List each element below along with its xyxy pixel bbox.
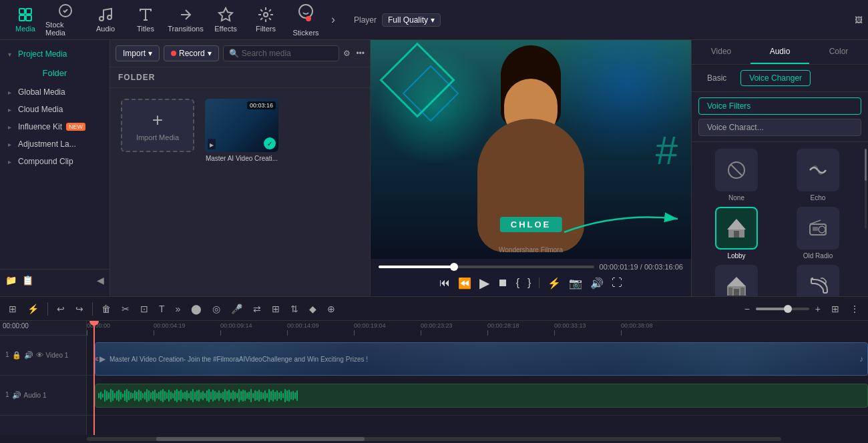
toolbar-stock-media[interactable]: Stock Media <box>45 2 85 38</box>
scroll-track[interactable] <box>87 437 781 441</box>
sub-tab-basic[interactable]: Basic <box>698 70 735 86</box>
undo-icon[interactable]: ↩ <box>53 302 68 316</box>
ruler-line-6 <box>487 330 488 336</box>
toolbar-effects[interactable]: Effects <box>206 2 246 38</box>
filter-tab-voice-filters[interactable]: Voice Filters <box>698 97 861 115</box>
svg-rect-3 <box>26 15 31 21</box>
search-box[interactable]: 🔍 Search media <box>223 45 340 61</box>
sync-icon[interactable]: ⇄ <box>250 302 264 316</box>
filter-icon[interactable]: ⚙ <box>343 49 351 58</box>
zoom-slider[interactable] <box>756 308 809 310</box>
delete-icon[interactable]: 🗑 <box>98 302 114 316</box>
crop-icon[interactable]: ⊡ <box>137 302 152 316</box>
left-panel: ▾ Project Media Folder ▸ Global Media ▸ … <box>0 40 110 296</box>
ai-tools-icon[interactable]: ⊕ <box>324 302 339 316</box>
sidebar-item-project-media[interactable]: ▾ Project Media <box>0 45 110 63</box>
toolbar-audio[interactable]: Audio <box>85 2 126 38</box>
tab-audio[interactable]: Audio <box>750 40 809 64</box>
progress-track[interactable] <box>379 266 594 268</box>
stop-icon[interactable]: ⏹ <box>497 277 508 289</box>
import-button[interactable]: Import ▾ <box>116 45 160 61</box>
voice-card-none[interactable]: None <box>698 149 775 201</box>
toolbar-filters[interactable]: Filters <box>246 2 286 38</box>
filter-tab-voice-chara[interactable]: Voice Charact... <box>698 119 861 136</box>
voice-icon-lobby <box>715 207 758 250</box>
grid-view-icon[interactable]: ⊞ <box>828 302 843 316</box>
multicam-icon[interactable]: ⊞ <box>268 302 283 316</box>
keyframe-icon[interactable]: ◆ <box>306 302 320 316</box>
more-options-icon[interactable]: ⋮ <box>847 302 863 316</box>
toolbar-more[interactable]: › <box>326 13 341 27</box>
voice-card-lobby[interactable]: Lobby <box>698 207 775 260</box>
fullscreen-icon[interactable]: ⛶ <box>612 277 622 289</box>
sidebar-item-folder[interactable]: Folder <box>0 65 110 81</box>
toolbar-transitions[interactable]: Transitions <box>166 2 206 38</box>
folder-header: FOLDER <box>110 67 370 88</box>
sidebar-item-influence-kit[interactable]: ▸ Influence Kit NEW <box>0 118 110 135</box>
zoom-out-icon[interactable]: − <box>741 302 753 316</box>
quality-select[interactable]: Full Quality ▾ <box>382 13 441 27</box>
snap-icon[interactable]: ⊞ <box>5 302 20 316</box>
video-clip[interactable]: ✂ ▶ Master AI Video Creation- Join the #… <box>95 342 868 376</box>
video-track-row: ✂ ▶ Master AI Video Creation- Join the #… <box>87 336 868 376</box>
voice-label-old-radio: Old Radio <box>803 252 833 260</box>
collapse-panel-icon[interactable]: ◀ <box>97 275 104 286</box>
redo-icon[interactable]: ↪ <box>72 302 87 316</box>
import-media-card[interactable]: + Import Media <box>121 99 194 152</box>
svg-rect-1 <box>26 9 31 14</box>
speed-icon[interactable]: » <box>172 302 184 316</box>
switch-audio-icon[interactable]: ⇅ <box>287 302 302 316</box>
voice-grid: None Echo <box>692 142 863 296</box>
sidebar-item-adjustment[interactable]: ▸ Adjustment La... <box>0 135 110 153</box>
toolbar-stickers[interactable]: Stickers <box>286 2 326 38</box>
video1-volume-icon[interactable]: 🔊 <box>24 351 33 360</box>
voice-grid-scrollbar[interactable] <box>865 149 867 229</box>
voice-label-lobby: Lobby <box>727 252 745 260</box>
sub-tab-voice-changer[interactable]: Voice Changer <box>740 70 811 86</box>
snapshot-icon[interactable]: 📷 <box>569 277 582 290</box>
audio-clip[interactable]: // Generate waveform bars inline const b… <box>95 384 868 408</box>
player-watermark: Wondershare Filmora <box>499 246 563 254</box>
audio1-volume-icon[interactable]: 🔊 <box>12 391 21 400</box>
sidebar-item-cloud-media[interactable]: ▸ Cloud Media <box>0 101 110 118</box>
step-back-icon[interactable]: ⏪ <box>458 277 471 290</box>
more-icon[interactable]: ••• <box>356 49 365 58</box>
record-button[interactable]: Record ▾ <box>164 45 219 61</box>
ruler-line-1 <box>154 330 154 336</box>
svg-rect-17 <box>734 231 739 238</box>
mark-out-icon[interactable]: } <box>527 277 531 289</box>
split-icon[interactable]: ⚡ <box>548 277 561 290</box>
voice-card-big-room[interactable]: Big Room <box>698 265 775 296</box>
cut-icon[interactable]: ✂ <box>118 302 133 316</box>
add-folder-icon[interactable]: 📁 <box>5 275 17 286</box>
svg-line-14 <box>731 165 742 175</box>
color-correct-icon[interactable]: ⬤ <box>188 302 205 316</box>
voice-card-echo[interactable]: Echo <box>780 149 856 201</box>
audio-icon[interactable]: 🎤 <box>228 302 246 316</box>
voice-card-phone[interactable]: Phone <box>780 265 856 296</box>
sidebar-item-global-media[interactable]: ▸ Global Media <box>0 83 110 101</box>
playhead[interactable] <box>93 321 95 435</box>
tab-color[interactable]: Color <box>809 40 868 64</box>
tab-video[interactable]: Video <box>692 40 750 64</box>
add-item-icon[interactable]: 📋 <box>22 275 33 286</box>
sidebar-item-compound-clip[interactable]: ▸ Compound Clip <box>0 153 110 170</box>
video1-eye-icon[interactable]: 👁 <box>36 351 43 360</box>
toolbar-media[interactable]: Media <box>5 2 45 38</box>
skip-back-icon[interactable]: ⏮ <box>439 277 450 289</box>
mark-in-icon[interactable]: { <box>516 277 519 289</box>
video-thumbnail[interactable]: 00:03:16 ✓ ▶ Master AI Video Creati... <box>205 99 278 162</box>
ruler-mark-4: 00:00:19:04 <box>354 322 386 329</box>
ruler-mark-6: 00:00:28:18 <box>487 322 519 329</box>
stabilize-icon[interactable]: ◎ <box>209 302 224 316</box>
toolbar-titles[interactable]: Titles <box>126 2 166 38</box>
play-icon[interactable]: ▶ <box>479 275 489 291</box>
video1-lock-icon[interactable]: 🔒 <box>12 351 21 360</box>
magnet-icon[interactable]: ⚡ <box>24 302 42 316</box>
voice-card-old-radio[interactable]: Old Radio <box>780 207 856 260</box>
volume-icon[interactable]: 🔊 <box>590 277 604 290</box>
ruler-line-5 <box>421 330 421 336</box>
text-icon[interactable]: T <box>156 302 168 316</box>
zoom-in-icon[interactable]: + <box>812 302 824 316</box>
image-icon[interactable]: 🖼 <box>855 15 863 25</box>
